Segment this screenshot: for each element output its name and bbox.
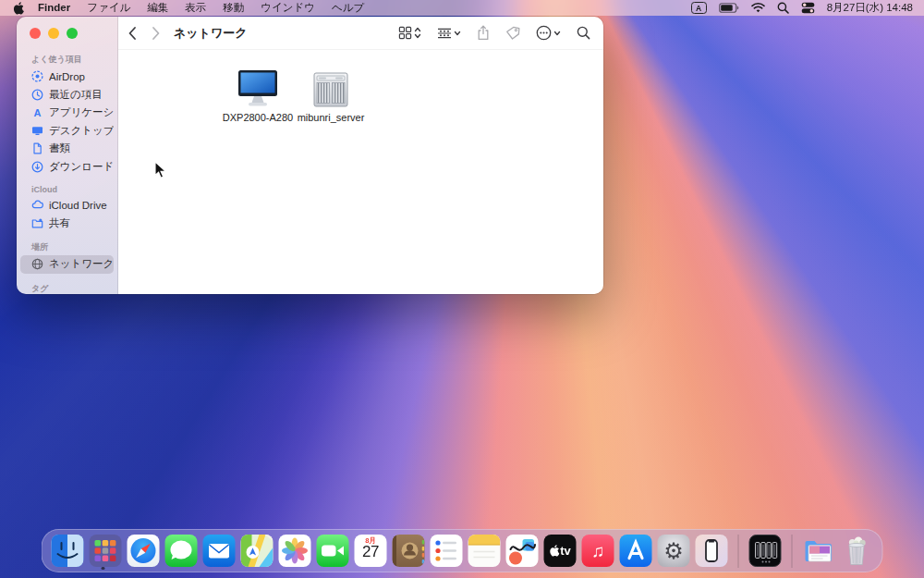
svg-text:A: A [34, 107, 42, 118]
dock-photos-icon[interactable] [279, 535, 311, 567]
dock-contacts-icon[interactable] [393, 535, 425, 567]
tv-logo: tv [544, 535, 577, 567]
sidebar-item-label: アプリケーション [49, 105, 114, 119]
menu-window[interactable]: ウインドウ [252, 0, 323, 16]
dock-nas-app-icon[interactable] [749, 535, 782, 567]
menu-finder[interactable]: Finder [30, 0, 79, 16]
dock-freeform-icon[interactable] [506, 535, 539, 567]
dock-launchpad-icon[interactable] [90, 535, 122, 567]
search-icon[interactable] [577, 26, 590, 40]
forward-button[interactable] [152, 26, 161, 41]
menu-edit[interactable]: 編集 [139, 0, 176, 16]
input-source-icon[interactable]: A [691, 2, 707, 14]
view-mode-chevrons-icon [414, 26, 421, 40]
dock: 8月 27 tv ♫ ⚙ [42, 529, 883, 572]
sidebar-section-locations: 場所 [17, 241, 117, 253]
menu-file[interactable]: ファイル [79, 0, 139, 16]
calendar-day-text: 27 [355, 543, 387, 561]
menu-bar: Finder ファイル 編集 表示 移動 ウインドウ ヘルプ A 8月27日(水… [0, 0, 924, 16]
airdrop-icon [31, 70, 43, 82]
file-name: mibunri_server [295, 112, 367, 123]
sidebar-item-downloads[interactable]: ダウンロード [20, 158, 114, 177]
sidebar-item-icloud-drive[interactable]: iCloud Drive [20, 196, 114, 215]
dock-finder-icon[interactable] [52, 535, 84, 567]
dock-maps-icon[interactable] [241, 535, 274, 567]
more-actions-button[interactable] [536, 25, 561, 41]
zoom-button[interactable] [67, 28, 78, 39]
finder-toolbar: ネットワーク [118, 17, 603, 50]
globe-icon [31, 258, 43, 270]
dock-settings-icon[interactable]: ⚙ [658, 535, 690, 567]
applications-icon: A [31, 106, 43, 118]
network-display-icon [222, 68, 294, 109]
sidebar-item-applications[interactable]: A アプリケーション [20, 104, 114, 122]
chevron-down-icon [454, 30, 461, 37]
icon-view-icon [398, 26, 412, 40]
apple-menu-icon[interactable] [13, 2, 24, 15]
dock-facetime-icon[interactable] [317, 535, 349, 567]
macos-desktop: { "menu_bar": { "items": ["Finder", "ファイ… [0, 0, 924, 578]
window-title: ネットワーク [174, 25, 248, 42]
dock-mail-icon[interactable] [203, 535, 236, 567]
dock-divider [738, 535, 739, 568]
dock-music-icon[interactable]: ♫ [582, 535, 614, 567]
sidebar-item-label: ネットワーク [49, 257, 114, 271]
back-button[interactable] [128, 26, 137, 41]
download-icon [31, 161, 43, 173]
control-center-icon[interactable] [801, 2, 815, 14]
file-browser-area[interactable]: DXP2800-A280 [118, 50, 603, 294]
sidebar-item-label: 書類 [49, 141, 70, 155]
sidebar-section-icloud: iCloud [17, 185, 117, 194]
menu-go[interactable]: 移動 [214, 0, 252, 16]
dock-tv-icon[interactable]: tv [544, 535, 577, 567]
sidebar-item-documents[interactable]: 書類 [20, 140, 114, 158]
sidebar-item-desktop[interactable]: デスクトップ [20, 122, 114, 141]
sidebar-item-label: 最近の項目 [49, 88, 103, 102]
close-button[interactable] [30, 28, 41, 39]
finder-running-indicator [102, 567, 105, 571]
group-by-icon [437, 27, 452, 40]
menu-view[interactable]: 表示 [176, 0, 214, 16]
clock-icon [31, 89, 43, 101]
menu-help[interactable]: ヘルプ [323, 0, 372, 16]
battery-icon[interactable] [719, 3, 739, 13]
sidebar-item-network[interactable]: ネットワーク [20, 255, 114, 274]
traffic-lights [17, 17, 117, 39]
dock-iphone-mirroring-icon[interactable] [696, 535, 728, 567]
group-by-button[interactable] [437, 27, 461, 40]
gear-icon: ⚙ [658, 535, 690, 567]
menu-clock[interactable]: 8月27日(水) 14:48 [827, 1, 913, 15]
sidebar-section-favorites: よく使う項目 [17, 54, 117, 66]
network-server-icon [295, 68, 367, 109]
dock-messages-icon[interactable] [165, 535, 198, 567]
sidebar-item-shared[interactable]: 共有 [20, 215, 114, 233]
dock-downloads-folder-icon[interactable] [803, 535, 835, 567]
wifi-icon[interactable] [751, 3, 765, 13]
spotlight-search-icon[interactable] [777, 2, 789, 14]
shared-folder-icon [31, 217, 43, 229]
sidebar-item-recents[interactable]: 最近の項目 [20, 86, 114, 105]
share-icon[interactable] [477, 25, 490, 41]
minimize-button[interactable] [48, 28, 59, 39]
sidebar-item-label: iCloud Drive [49, 200, 107, 211]
dock-appstore-icon[interactable] [620, 535, 652, 567]
file-item-dxp2800[interactable]: DXP2800-A280 [222, 68, 294, 123]
desktop-icon [31, 125, 43, 137]
dock-trash-icon[interactable] [841, 535, 873, 567]
music-note-glyph: ♫ [582, 535, 614, 567]
sidebar-item-label: ダウンロード [49, 160, 114, 174]
view-mode-button[interactable] [398, 26, 421, 40]
chevron-down-icon [553, 30, 561, 37]
sidebar-item-label: デスクトップ [49, 124, 114, 138]
dock-divider [792, 535, 793, 568]
cloud-icon [31, 199, 43, 211]
dock-safari-icon[interactable] [128, 535, 160, 567]
dock-calendar-icon[interactable]: 8月 27 [355, 535, 387, 567]
file-name: DXP2800-A280 [222, 112, 294, 123]
dock-reminders-icon[interactable] [431, 535, 463, 567]
sidebar-item-airdrop[interactable]: AirDrop [20, 68, 114, 86]
tag-icon[interactable] [505, 26, 520, 41]
dock-notes-icon[interactable] [468, 535, 501, 567]
finder-sidebar: よく使う項目 AirDrop 最近の項目 A アプリケーション デスクトップ 書… [17, 17, 118, 294]
file-item-mibunri-server[interactable]: mibunri_server [295, 68, 367, 123]
